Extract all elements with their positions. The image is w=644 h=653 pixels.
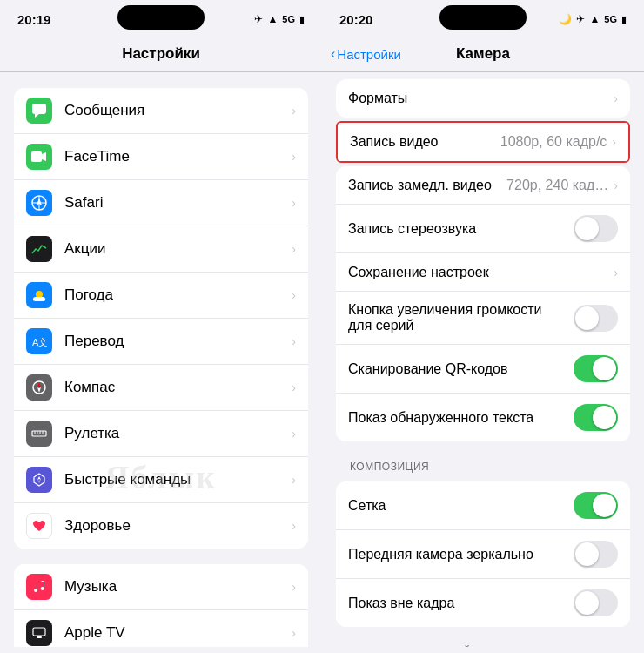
music-icon <box>26 574 52 600</box>
back-button[interactable]: ‹ Настройки <box>331 46 401 62</box>
cam-item-front-mirror[interactable]: Передняя камера зеркально <box>336 530 630 579</box>
settings-item-safari[interactable]: Safari › <box>14 180 308 226</box>
weather-arrow: › <box>292 288 296 302</box>
music-label: Музыка <box>64 578 288 596</box>
svg-rect-19 <box>33 628 45 636</box>
cam-item-grid[interactable]: Сетка <box>336 481 630 530</box>
show-detected-toggle[interactable] <box>574 404 618 431</box>
compass-label: Компас <box>64 379 288 396</box>
appletv-icon <box>26 620 52 646</box>
measure-icon <box>26 421 52 447</box>
settings-item-music[interactable]: Музыка › <box>14 564 308 610</box>
shortcuts-arrow: › <box>292 473 296 487</box>
svg-marker-17 <box>37 476 41 480</box>
formats-arrow: › <box>614 91 618 105</box>
messages-label: Сообщения <box>64 102 288 119</box>
appletv-label: Apple TV <box>64 624 288 642</box>
compass-arrow: › <box>292 380 296 394</box>
airplane-icon: ✈ <box>254 13 263 25</box>
front-mirror-toggle[interactable] <box>574 541 618 568</box>
svg-rect-0 <box>32 104 46 114</box>
back-label: Настройки <box>337 47 401 62</box>
svg-rect-20 <box>37 636 42 638</box>
compass-icon <box>26 374 52 401</box>
settings-item-messages[interactable]: Сообщения › <box>14 88 308 134</box>
settings-item-appletv[interactable]: Apple TV › <box>14 610 308 647</box>
back-chevron: ‹ <box>331 46 335 62</box>
page-title-left: Настройки <box>122 45 200 62</box>
health-arrow: › <box>292 519 296 533</box>
stereo-label: Запись стереозвука <box>348 221 574 237</box>
notch-right <box>439 5 527 30</box>
status-icons-left: ✈ ▲ 5G ▮ <box>254 13 305 25</box>
settings-item-translate[interactable]: A文 Перевод › <box>14 319 308 365</box>
stocks-label: Акции <box>64 240 288 258</box>
show-outside-toggle[interactable] <box>574 589 618 616</box>
settings-item-health[interactable]: Здоровье › <box>14 503 308 549</box>
safari-label: Safari <box>64 194 288 212</box>
video-record-arrow: › <box>612 135 616 149</box>
section-composition: КОМПОЗИЦИЯ <box>322 455 644 478</box>
signal-5g: 5G <box>282 14 295 24</box>
cam-item-save-settings[interactable]: Сохранение настроек › <box>336 253 630 292</box>
video-record-value: 1080р, 60 кадр/с <box>500 134 607 150</box>
nav-bar-left: Настройки <box>0 38 322 72</box>
wifi-icon-right: ▲ <box>589 13 600 25</box>
svg-rect-12 <box>32 431 46 436</box>
cam-item-stereo[interactable]: Запись стереозвука <box>336 205 630 253</box>
left-phone: 20:19 ✈ ▲ 5G ▮ Настройки Сообщения › <box>0 0 322 653</box>
watermark: Яблык <box>105 458 217 496</box>
show-detected-label: Показ обнаруженного текста <box>348 410 574 426</box>
nav-bar-right: ‹ Настройки Камера <box>322 38 644 72</box>
cam-item-show-detected[interactable]: Показ обнаруженного текста <box>336 394 630 441</box>
cam-item-show-outside[interactable]: Показ вне кадра <box>336 579 630 627</box>
health-label: Здоровье <box>64 517 288 535</box>
settings-item-weather[interactable]: Погода › <box>14 273 308 319</box>
music-arrow: › <box>292 580 296 594</box>
show-outside-label: Показ вне кадра <box>348 596 574 611</box>
cam-item-slo-video[interactable]: Запись замедл. видео 720р, 240 кад… › <box>336 166 630 205</box>
status-bar-left: 20:19 ✈ ▲ 5G ▮ <box>0 0 322 38</box>
settings-item-stocks[interactable]: Акции › <box>14 226 308 273</box>
video-record-label: Запись видео <box>350 134 500 150</box>
svg-marker-18 <box>37 480 41 483</box>
status-icons-right: 🌙 ✈ ▲ 5G ▮ <box>559 13 627 25</box>
battery-icon: ▮ <box>299 14 305 25</box>
cam-item-volume-burst[interactable]: Кнопка увеличения громкостидля серий <box>336 292 630 345</box>
stocks-arrow: › <box>292 242 296 256</box>
slo-video-label: Запись замедл. видео <box>348 178 506 193</box>
camera-page-title: Камера <box>456 45 510 63</box>
camera-settings-list: Форматы › Запись видео 1080р, 60 кадр/с … <box>322 72 644 647</box>
qr-toggle[interactable] <box>574 355 618 382</box>
settings-item-facetime[interactable]: FaceTime › <box>14 134 308 180</box>
health-icon <box>26 513 52 539</box>
cam-item-formats[interactable]: Форматы › <box>336 79 630 118</box>
messages-icon <box>26 98 52 124</box>
cam-item-video-record[interactable]: Запись видео 1080р, 60 кадр/с › <box>338 123 628 161</box>
settings-item-measure[interactable]: Рулетка › <box>14 411 308 457</box>
time-left: 20:19 <box>17 12 50 27</box>
translate-icon: A文 <box>26 328 52 354</box>
status-bar-right: 20:20 🌙 ✈ ▲ 5G ▮ <box>322 0 644 38</box>
facetime-icon <box>26 144 52 170</box>
right-phone: 20:20 🌙 ✈ ▲ 5G ▮ ‹ Настройки Камера Форм… <box>322 0 644 653</box>
stereo-toggle[interactable] <box>574 215 618 242</box>
svg-marker-11 <box>37 387 41 393</box>
messages-arrow: › <box>292 104 296 118</box>
volume-burst-toggle[interactable] <box>574 305 618 332</box>
cam-item-qr[interactable]: Сканирование QR-кодов <box>336 345 630 394</box>
grid-toggle[interactable] <box>574 492 618 519</box>
camera-group-middle: Запись замедл. видео 720р, 240 кад… › За… <box>336 166 630 441</box>
svg-marker-10 <box>37 382 41 387</box>
moon-icon-right: 🌙 <box>559 13 572 25</box>
safari-arrow: › <box>292 196 296 210</box>
front-mirror-label: Передняя камера зеркально <box>348 547 574 562</box>
section-capture: ЗАХВАТ ФОТОГРАФИЙ <box>322 641 644 647</box>
svg-text:A文: A文 <box>32 337 47 347</box>
settings-item-compass[interactable]: Компас › <box>14 365 308 411</box>
translate-label: Перевод <box>64 333 288 350</box>
battery-icon-right: ▮ <box>621 14 627 25</box>
weather-icon <box>26 282 52 308</box>
settings-group-2: Музыка › Apple TV › Фото › <box>14 564 308 647</box>
measure-arrow: › <box>292 427 296 441</box>
